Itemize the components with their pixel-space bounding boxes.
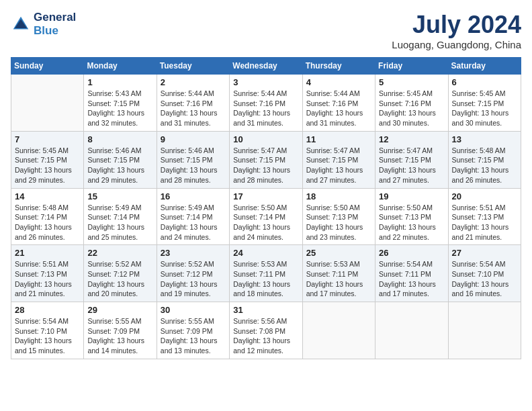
day-number: 14 (15, 191, 80, 201)
day-info: Sunrise: 5:51 AM Sunset: 7:13 PM Dayligh… (452, 203, 517, 242)
calendar-week-row: 28Sunrise: 5:54 AM Sunset: 7:10 PM Dayli… (11, 302, 521, 359)
calendar-cell: 17Sunrise: 5:50 AM Sunset: 7:14 PM Dayli… (230, 188, 302, 245)
day-number: 25 (306, 248, 371, 258)
day-info: Sunrise: 5:54 AM Sunset: 7:10 PM Dayligh… (452, 259, 517, 299)
day-info: Sunrise: 5:49 AM Sunset: 7:14 PM Dayligh… (161, 203, 226, 242)
calendar-cell: 23Sunrise: 5:52 AM Sunset: 7:12 PM Dayli… (157, 245, 229, 302)
day-info: Sunrise: 5:44 AM Sunset: 7:16 PM Dayligh… (161, 89, 226, 128)
calendar-cell: 24Sunrise: 5:53 AM Sunset: 7:11 PM Dayli… (230, 245, 302, 302)
day-number: 28 (15, 305, 80, 315)
calendar-cell: 28Sunrise: 5:54 AM Sunset: 7:10 PM Dayli… (11, 302, 84, 359)
day-info: Sunrise: 5:45 AM Sunset: 7:16 PM Dayligh… (379, 89, 444, 128)
calendar-cell: 16Sunrise: 5:49 AM Sunset: 7:14 PM Dayli… (157, 188, 229, 245)
calendar-cell: 4Sunrise: 5:44 AM Sunset: 7:16 PM Daylig… (302, 75, 375, 132)
location-subtitle: Luogang, Guangdong, China (392, 39, 521, 50)
calendar-cell: 15Sunrise: 5:49 AM Sunset: 7:14 PM Dayli… (84, 188, 157, 245)
calendar-cell: 31Sunrise: 5:56 AM Sunset: 7:08 PM Dayli… (230, 302, 302, 359)
day-info: Sunrise: 5:48 AM Sunset: 7:14 PM Dayligh… (15, 203, 80, 242)
weekday-header: Sunday (11, 58, 84, 75)
calendar-cell: 26Sunrise: 5:54 AM Sunset: 7:11 PM Dayli… (375, 245, 448, 302)
calendar-cell: 30Sunrise: 5:55 AM Sunset: 7:09 PM Dayli… (157, 302, 229, 359)
calendar-week-row: 21Sunrise: 5:51 AM Sunset: 7:13 PM Dayli… (11, 245, 521, 302)
day-info: Sunrise: 5:49 AM Sunset: 7:14 PM Dayligh… (87, 203, 152, 242)
day-number: 6 (452, 77, 517, 87)
calendar-cell: 2Sunrise: 5:44 AM Sunset: 7:16 PM Daylig… (157, 75, 229, 132)
day-info: Sunrise: 5:47 AM Sunset: 7:15 PM Dayligh… (379, 146, 444, 185)
day-number: 20 (452, 191, 517, 201)
day-number: 3 (233, 77, 298, 87)
day-number: 29 (87, 305, 152, 315)
calendar-cell: 14Sunrise: 5:48 AM Sunset: 7:14 PM Dayli… (11, 188, 84, 245)
calendar-header-row: SundayMondayTuesdayWednesdayThursdayFrid… (11, 58, 521, 75)
page-header: General Blue July 2024 Luogang, Guangdon… (11, 11, 521, 50)
calendar-cell: 22Sunrise: 5:52 AM Sunset: 7:12 PM Dayli… (84, 245, 157, 302)
day-info: Sunrise: 5:50 AM Sunset: 7:13 PM Dayligh… (379, 203, 444, 242)
calendar-cell: 5Sunrise: 5:45 AM Sunset: 7:16 PM Daylig… (375, 75, 448, 132)
weekday-header: Wednesday (230, 58, 302, 75)
calendar-cell (448, 302, 521, 359)
day-number: 12 (379, 134, 444, 144)
calendar-cell (302, 302, 375, 359)
day-info: Sunrise: 5:46 AM Sunset: 7:15 PM Dayligh… (161, 146, 226, 185)
calendar-cell: 7Sunrise: 5:45 AM Sunset: 7:15 PM Daylig… (11, 131, 84, 188)
day-number: 24 (233, 248, 298, 258)
day-number: 19 (379, 191, 444, 201)
weekday-header: Monday (84, 58, 157, 75)
day-info: Sunrise: 5:46 AM Sunset: 7:15 PM Dayligh… (87, 146, 152, 185)
calendar-cell: 13Sunrise: 5:48 AM Sunset: 7:15 PM Dayli… (448, 131, 521, 188)
day-info: Sunrise: 5:52 AM Sunset: 7:12 PM Dayligh… (161, 259, 226, 299)
calendar-cell: 6Sunrise: 5:45 AM Sunset: 7:15 PM Daylig… (448, 75, 521, 132)
calendar-cell: 25Sunrise: 5:53 AM Sunset: 7:11 PM Dayli… (302, 245, 375, 302)
calendar-cell: 11Sunrise: 5:47 AM Sunset: 7:15 PM Dayli… (302, 131, 375, 188)
calendar-cell: 18Sunrise: 5:50 AM Sunset: 7:13 PM Dayli… (302, 188, 375, 245)
day-number: 26 (379, 248, 444, 258)
calendar-cell (11, 75, 84, 132)
day-info: Sunrise: 5:53 AM Sunset: 7:11 PM Dayligh… (306, 259, 371, 299)
calendar-cell: 12Sunrise: 5:47 AM Sunset: 7:15 PM Dayli… (375, 131, 448, 188)
day-number: 18 (306, 191, 371, 201)
calendar-cell (375, 302, 448, 359)
weekday-header: Thursday (302, 58, 375, 75)
day-number: 13 (452, 134, 517, 144)
weekday-header: Tuesday (157, 58, 229, 75)
day-info: Sunrise: 5:54 AM Sunset: 7:11 PM Dayligh… (379, 259, 444, 299)
day-info: Sunrise: 5:55 AM Sunset: 7:09 PM Dayligh… (161, 316, 226, 356)
calendar-week-row: 1Sunrise: 5:43 AM Sunset: 7:15 PM Daylig… (11, 75, 521, 132)
day-info: Sunrise: 5:56 AM Sunset: 7:08 PM Dayligh… (233, 316, 298, 356)
day-number: 7 (15, 134, 80, 144)
weekday-header: Saturday (448, 58, 521, 75)
day-number: 5 (379, 77, 444, 87)
day-info: Sunrise: 5:44 AM Sunset: 7:16 PM Dayligh… (233, 89, 298, 128)
day-number: 8 (87, 134, 152, 144)
day-number: 21 (15, 248, 80, 258)
calendar-cell: 1Sunrise: 5:43 AM Sunset: 7:15 PM Daylig… (84, 75, 157, 132)
day-number: 2 (161, 77, 226, 87)
day-number: 23 (161, 248, 226, 258)
calendar-cell: 3Sunrise: 5:44 AM Sunset: 7:16 PM Daylig… (230, 75, 302, 132)
calendar-cell: 21Sunrise: 5:51 AM Sunset: 7:13 PM Dayli… (11, 245, 84, 302)
logo-icon (11, 14, 31, 34)
logo-text: General Blue (34, 11, 76, 38)
calendar-cell: 10Sunrise: 5:47 AM Sunset: 7:15 PM Dayli… (230, 131, 302, 188)
day-info: Sunrise: 5:48 AM Sunset: 7:15 PM Dayligh… (452, 146, 517, 185)
day-info: Sunrise: 5:53 AM Sunset: 7:11 PM Dayligh… (233, 259, 298, 299)
day-number: 31 (233, 305, 298, 315)
day-info: Sunrise: 5:47 AM Sunset: 7:15 PM Dayligh… (233, 146, 298, 185)
day-number: 17 (233, 191, 298, 201)
calendar-week-row: 7Sunrise: 5:45 AM Sunset: 7:15 PM Daylig… (11, 131, 521, 188)
day-number: 22 (87, 248, 152, 258)
day-info: Sunrise: 5:45 AM Sunset: 7:15 PM Dayligh… (15, 146, 80, 185)
calendar-cell: 8Sunrise: 5:46 AM Sunset: 7:15 PM Daylig… (84, 131, 157, 188)
day-number: 15 (87, 191, 152, 201)
calendar-cell: 20Sunrise: 5:51 AM Sunset: 7:13 PM Dayli… (448, 188, 521, 245)
day-info: Sunrise: 5:45 AM Sunset: 7:15 PM Dayligh… (452, 89, 517, 128)
calendar-cell: 27Sunrise: 5:54 AM Sunset: 7:10 PM Dayli… (448, 245, 521, 302)
day-number: 9 (161, 134, 226, 144)
calendar-cell: 29Sunrise: 5:55 AM Sunset: 7:09 PM Dayli… (84, 302, 157, 359)
day-number: 11 (306, 134, 371, 144)
calendar-week-row: 14Sunrise: 5:48 AM Sunset: 7:14 PM Dayli… (11, 188, 521, 245)
day-info: Sunrise: 5:44 AM Sunset: 7:16 PM Dayligh… (306, 89, 371, 128)
day-info: Sunrise: 5:50 AM Sunset: 7:13 PM Dayligh… (306, 203, 371, 242)
day-number: 4 (306, 77, 371, 87)
day-info: Sunrise: 5:55 AM Sunset: 7:09 PM Dayligh… (87, 316, 152, 356)
